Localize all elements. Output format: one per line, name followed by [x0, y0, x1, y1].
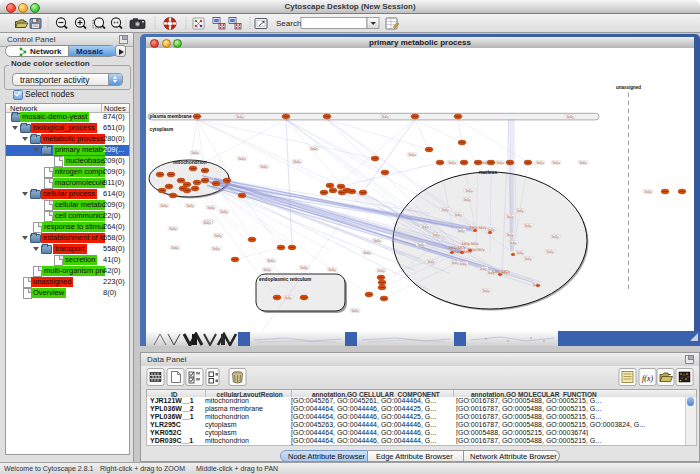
- svg-text:Sbd1p: Sbd1p: [448, 161, 456, 165]
- svg-text:Sbd1p: Sbd1p: [551, 235, 559, 239]
- svg-text:Search:: Search:: [276, 19, 304, 28]
- svg-text:Sbd1p: Sbd1p: [169, 227, 177, 231]
- svg-text:Sbd1p: Sbd1p: [506, 215, 514, 219]
- svg-text:Sbd1p: Sbd1p: [566, 115, 574, 119]
- svg-text:Sbd1p: Sbd1p: [236, 115, 244, 119]
- svg-text:Sbd1p: Sbd1p: [186, 204, 194, 208]
- svg-text:Sbd1p: Sbd1p: [552, 161, 560, 165]
- svg-text:Sbd1p: Sbd1p: [482, 289, 490, 293]
- svg-text:Sbd1p: Sbd1p: [496, 161, 504, 165]
- svg-text:Sbd1p: Sbd1p: [351, 309, 359, 313]
- svg-text:Sbd1p: Sbd1p: [524, 224, 532, 228]
- svg-text:Sbd1p: Sbd1p: [284, 296, 292, 300]
- svg-text:Sbd1p: Sbd1p: [160, 204, 168, 208]
- svg-text:Sbd1p: Sbd1p: [293, 160, 301, 164]
- svg-text:Sbd1p: Sbd1p: [212, 247, 220, 251]
- svg-text:Sbd1p: Sbd1p: [408, 153, 416, 157]
- svg-text:Sbd1p: Sbd1p: [220, 210, 228, 214]
- svg-text:Sbd1p: Sbd1p: [516, 251, 524, 255]
- svg-text:Sbd1p: Sbd1p: [191, 151, 199, 155]
- svg-text:cytoplasm: cytoplasm: [150, 127, 174, 132]
- svg-text:unassigned: unassigned: [616, 85, 641, 90]
- svg-text:Sbd1p: Sbd1p: [171, 246, 179, 250]
- svg-text:Sbd1p: Sbd1p: [373, 239, 381, 243]
- svg-text:Sbd1p: Sbd1p: [524, 257, 532, 261]
- svg-text:Sbd1p: Sbd1p: [238, 157, 246, 161]
- svg-text:Sbd1p: Sbd1p: [207, 206, 215, 210]
- svg-text:Sbd1p: Sbd1p: [214, 234, 222, 238]
- svg-text:Sbd1p: Sbd1p: [267, 259, 275, 263]
- svg-text:Sbd1p: Sbd1p: [451, 261, 459, 265]
- svg-text:Sbd1p: Sbd1p: [377, 269, 385, 273]
- svg-text:nucleus: nucleus: [479, 170, 497, 175]
- svg-text:Sbd1p: Sbd1p: [579, 161, 587, 165]
- svg-text:Sbd1p: Sbd1p: [465, 189, 473, 193]
- svg-text:Sbd1p: Sbd1p: [457, 229, 465, 233]
- svg-text:Sbd1p: Sbd1p: [459, 262, 467, 266]
- svg-text:Sbd1p: Sbd1p: [454, 213, 462, 217]
- svg-text:Sdh1p,Sdh2p: Sdh1p,Sdh2p: [493, 270, 510, 274]
- svg-text:Sbd1p: Sbd1p: [263, 268, 271, 272]
- svg-text:Sbd1p: Sbd1p: [463, 198, 471, 202]
- svg-text:Sbd1p: Sbd1p: [509, 241, 517, 245]
- svg-text:Sbd1p: Sbd1p: [300, 266, 308, 270]
- svg-text:f(x): f(x): [642, 374, 653, 383]
- svg-text:Sbd1p: Sbd1p: [487, 228, 495, 232]
- svg-text:Sbd1p: Sbd1p: [260, 165, 268, 169]
- svg-text:Sbd1p: Sbd1p: [427, 260, 435, 264]
- svg-text:Sdh1p,Sdh2p: Sdh1p,Sdh2p: [470, 226, 487, 230]
- svg-text:Sbd1p: Sbd1p: [546, 250, 554, 254]
- svg-text:endoplasmic reticulum: endoplasmic reticulum: [259, 277, 311, 282]
- svg-text:Sbd1p: Sbd1p: [363, 251, 371, 255]
- svg-text:Sbd1p: Sbd1p: [506, 233, 514, 237]
- svg-text:plasma membrane: plasma membrane: [150, 114, 192, 119]
- svg-text:Sbd1p: Sbd1p: [432, 233, 440, 237]
- svg-text:Sbd1p: Sbd1p: [203, 221, 211, 225]
- svg-text:Sbd1p: Sbd1p: [421, 225, 429, 229]
- svg-text:Sbd1p: Sbd1p: [417, 243, 425, 247]
- svg-text:Sbd1p: Sbd1p: [328, 268, 336, 272]
- svg-text:Sbd1p: Sbd1p: [516, 209, 524, 213]
- svg-text:Sbd1p: Sbd1p: [479, 267, 487, 271]
- svg-text:Sbd1p: Sbd1p: [381, 115, 389, 119]
- svg-text:Sbd1p: Sbd1p: [441, 208, 449, 212]
- svg-text:Sbd1p: Sbd1p: [644, 190, 652, 194]
- svg-text:Sbd1p: Sbd1p: [536, 161, 544, 165]
- svg-text:Sbd1p: Sbd1p: [310, 147, 318, 151]
- svg-text:Sdh1p,Sdh2p: Sdh1p,Sdh2p: [449, 246, 466, 250]
